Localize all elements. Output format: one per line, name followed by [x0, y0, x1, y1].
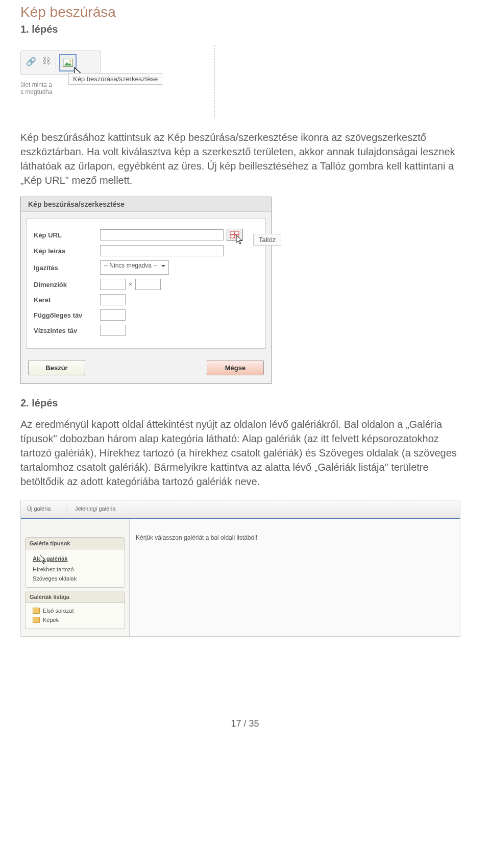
label-border: Keret [34, 296, 100, 304]
gallery-item-images[interactable]: Képek [33, 615, 122, 624]
svg-rect-5 [235, 231, 239, 234]
dialog-title: Kép beszúrása/szerkesztése [21, 197, 271, 212]
gallery-main-prompt: Kérjük válasszon galériát a bal oldali l… [130, 519, 460, 636]
gallery-screenshot: Új galéria Jelenlegi galéria Galéria típ… [20, 500, 460, 637]
browse-tooltip: Tallóz [253, 234, 281, 246]
insert-button[interactable]: Beszúr [28, 360, 85, 375]
insert-image-tooltip: Kép beszúrása/szerkesztése [68, 73, 162, 85]
image-dialog: Kép beszúrása/szerkesztése Kép URL Kép l… [20, 197, 272, 384]
panel-types-header: Galéria típusok [26, 538, 125, 549]
unlink-icon: ⛓ [40, 57, 53, 69]
tab-new-gallery[interactable]: Új galéria [21, 500, 66, 516]
editor-body-text: ület minta a s megtudha [20, 81, 53, 96]
insert-image-button[interactable] [59, 54, 77, 71]
gallery-item-first[interactable]: Első sorozat [33, 606, 122, 615]
step1-paragraph: Kép beszúrásához kattintsuk az Kép beszú… [20, 130, 470, 187]
svg-marker-9 [40, 555, 45, 564]
folder-icon [33, 608, 40, 614]
svg-rect-6 [230, 235, 234, 238]
border-input[interactable] [100, 294, 126, 305]
doc-title: Kép beszúrása [20, 4, 470, 20]
type-base-galleries[interactable]: Alap galériák [33, 552, 122, 565]
step1-heading: 1. lépés [20, 23, 470, 35]
label-url: Kép URL [34, 231, 100, 239]
page-number: 17 / 35 [20, 718, 470, 729]
svg-point-2 [69, 60, 71, 62]
type-text-galleries[interactable]: Szöveges oldalak [33, 574, 122, 583]
hspace-input[interactable] [100, 325, 126, 336]
type-news-galleries[interactable]: Hírekhez tartozó [33, 565, 122, 574]
gallery-sidebar: Galéria típusok Alap galériák Hírekhez t… [21, 519, 130, 636]
label-dims: Dimenziók [34, 281, 100, 288]
editor-toolbar: 🔗 ⛓ [20, 51, 101, 75]
vspace-input[interactable] [100, 309, 126, 321]
height-input[interactable] [135, 279, 161, 290]
cancel-button[interactable]: Mégse [207, 360, 264, 375]
toolbar-screenshot: 🔗 ⛓ Kép beszúrása/szerkesztése ület mint… [20, 45, 215, 117]
svg-marker-8 [236, 235, 242, 244]
url-input[interactable] [100, 229, 224, 240]
folder-icon [33, 617, 40, 623]
dims-x: × [129, 281, 132, 288]
tab-current-gallery[interactable]: Jelenlegi galéria [69, 500, 131, 516]
desc-input[interactable] [100, 245, 224, 256]
step2-heading: 2. lépés [20, 397, 470, 409]
label-align: Igazítás [34, 264, 100, 272]
width-input[interactable] [100, 279, 126, 290]
svg-rect-4 [230, 231, 234, 234]
browse-button[interactable] [227, 229, 243, 241]
label-desc: Kép leírás [34, 247, 100, 255]
step2-paragraph: Az eredményül kapott oldal áttekintést n… [20, 417, 470, 489]
link-icon: 🔗 [25, 57, 37, 69]
align-select[interactable]: -- Nincs megadva -- [100, 260, 169, 275]
panel-list-header: Galériák listája [26, 591, 125, 603]
label-vspace: Függőleges táv [34, 311, 100, 319]
label-hspace: Vízszintes táv [34, 327, 100, 334]
